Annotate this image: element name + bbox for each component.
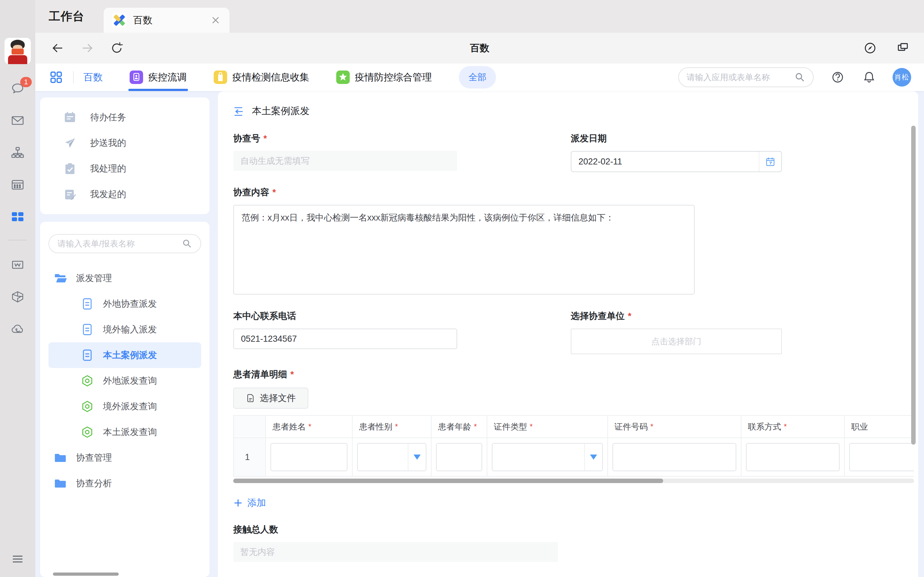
help-icon[interactable] bbox=[830, 70, 845, 85]
tab-title: 百数 bbox=[133, 14, 210, 27]
contact-total-input[interactable] bbox=[233, 542, 558, 562]
jiance-app-icon bbox=[214, 71, 227, 84]
rail-divider bbox=[8, 240, 27, 240]
tree-folder-dispatch-mgmt[interactable]: 派发管理 bbox=[48, 266, 201, 291]
center-phone-input[interactable] bbox=[233, 329, 457, 349]
tree-item-jingwai-shuru[interactable]: 境外输入派发 bbox=[48, 317, 201, 342]
occupation-input[interactable] bbox=[849, 443, 914, 471]
chat-icon[interactable]: 1 bbox=[10, 81, 25, 96]
field-label-contact-total: 接触总人数 bbox=[233, 524, 918, 536]
form-search-input[interactable] bbox=[57, 239, 182, 249]
org-chart-icon[interactable] bbox=[10, 145, 25, 160]
nav-app-fangkong[interactable]: 疫情防控综合管理 bbox=[336, 63, 432, 91]
patient-table-viewport: 患者姓名* 患者性别* 患者年龄* 证件类型* 证件号码* 联系方式* 职业 1 bbox=[233, 415, 914, 483]
navbar-divider bbox=[73, 71, 74, 83]
browser-toolbar: 百数 bbox=[35, 33, 924, 63]
case-no-input[interactable] bbox=[233, 151, 457, 171]
patient-name-input[interactable] bbox=[270, 443, 347, 471]
forms-tree-card: 派发管理 外地协查派发 境外输入派发 bbox=[40, 222, 210, 577]
tree-item-jingwai-query[interactable]: 境外派发查询 bbox=[48, 394, 201, 419]
sidebar-item-cc[interactable]: 抄送我的 bbox=[40, 130, 210, 156]
app-window: 1 bbox=[0, 0, 924, 577]
form-header: 本土案例派发 bbox=[218, 91, 918, 118]
quick-tasks-card: 待办任务 抄送我的 我处理的 bbox=[40, 97, 210, 214]
mail-icon[interactable] bbox=[10, 113, 25, 128]
add-row-button[interactable]: 添加 bbox=[233, 496, 266, 509]
contact-input[interactable] bbox=[746, 443, 840, 471]
folder-icon bbox=[53, 451, 67, 464]
patient-table: 患者姓名* 患者性别* 患者年龄* 证件类型* 证件号码* 联系方式* 职业 1 bbox=[233, 415, 914, 477]
table-row: 1 bbox=[234, 438, 914, 477]
sidebar-item-handled[interactable]: 我处理的 bbox=[40, 156, 210, 181]
app-search[interactable] bbox=[678, 67, 814, 87]
col-header-contact: 联系方式* bbox=[741, 416, 845, 438]
doc-icon bbox=[81, 297, 94, 311]
col-header-name: 患者姓名* bbox=[266, 416, 352, 438]
nav-all-pill[interactable]: 全部 bbox=[459, 66, 496, 89]
col-header-age: 患者年龄* bbox=[431, 416, 487, 438]
table-horizontal-scrollbar[interactable] bbox=[233, 479, 914, 483]
patient-gender-select[interactable] bbox=[357, 443, 426, 471]
field-label-phone: 本中心联系电话 bbox=[233, 310, 457, 322]
id-type-select[interactable] bbox=[492, 443, 603, 471]
menu-hamburger-icon[interactable] bbox=[10, 551, 25, 567]
sidebar: 待办任务 抄送我的 我处理的 bbox=[40, 91, 210, 577]
panel-vertical-scrollbar[interactable] bbox=[911, 126, 916, 445]
tree-item-waidi-query[interactable]: 外地派发查询 bbox=[48, 368, 201, 394]
app-navbar: 百数 疾控流调 疫情检测信息收集 疫情防控综合管理 bbox=[35, 63, 924, 91]
user-avatar[interactable] bbox=[5, 38, 31, 64]
app-search-input[interactable] bbox=[687, 73, 795, 82]
tree-folder-xiecha-mgmt[interactable]: 协查管理 bbox=[48, 445, 201, 471]
content-textarea[interactable]: 范例：x月xx日，我中心检测一名xxx新冠病毒核酸结果为阳性，该病例位于你区，详… bbox=[233, 205, 695, 295]
dropdown-icon[interactable] bbox=[584, 444, 602, 471]
sidebar-item-initiated[interactable]: 我发起的 bbox=[40, 181, 210, 207]
apps-grid-icon[interactable] bbox=[49, 70, 63, 85]
search-icon[interactable] bbox=[795, 72, 805, 83]
search-icon[interactable] bbox=[182, 239, 192, 249]
nav-app-jikong[interactable]: 疾控流调 bbox=[129, 63, 187, 91]
workbench-grid-icon[interactable] bbox=[10, 209, 25, 224]
choose-file-button[interactable]: 选择文件 bbox=[233, 388, 309, 409]
doc-edit-icon bbox=[63, 187, 77, 201]
word-app-icon[interactable] bbox=[10, 257, 25, 272]
content-area: 待办任务 抄送我的 我处理的 bbox=[35, 91, 924, 577]
clipboard-check-icon bbox=[63, 162, 77, 175]
todo-calendar-icon bbox=[63, 111, 77, 124]
tab-baishu[interactable]: 百数 bbox=[103, 8, 229, 33]
query-hexagon-icon bbox=[81, 400, 94, 413]
calendar-icon[interactable] bbox=[10, 177, 25, 192]
fangkong-app-icon bbox=[336, 71, 350, 84]
form-search[interactable] bbox=[48, 234, 201, 253]
send-plane-icon bbox=[63, 136, 77, 150]
doc-icon bbox=[81, 323, 94, 336]
folder-open-icon bbox=[53, 271, 67, 285]
user-avatar-badge[interactable]: 肖松 bbox=[893, 68, 911, 87]
col-header-gender: 患者性别* bbox=[352, 416, 431, 438]
query-hexagon-icon bbox=[81, 374, 94, 388]
cube-app-icon[interactable] bbox=[10, 289, 25, 305]
page-horizontal-scrollbar[interactable] bbox=[53, 572, 119, 576]
workspace-title: 工作台 bbox=[49, 9, 84, 24]
nav-home-baishu[interactable]: 百数 bbox=[83, 71, 103, 84]
doc-icon bbox=[81, 348, 94, 362]
tree-folder-xiecha-analysis[interactable]: 协查分析 bbox=[48, 471, 201, 496]
dropdown-icon[interactable] bbox=[408, 444, 426, 471]
patient-age-input[interactable] bbox=[436, 443, 482, 471]
tree-item-bentu-anli[interactable]: 本土案例派发 bbox=[48, 342, 201, 368]
tree-item-bentu-query[interactable]: 本土派发查询 bbox=[48, 419, 201, 445]
collapse-back-icon[interactable] bbox=[233, 105, 244, 117]
dispatch-date-picker[interactable]: 2022-02-11 bbox=[571, 151, 782, 172]
nav-app-jiance[interactable]: 疫情检测信息收集 bbox=[214, 63, 309, 91]
form-panel: 本土案例派发 协查号* 派发日期 bbox=[218, 91, 918, 577]
calendar-picker-icon[interactable] bbox=[759, 152, 781, 171]
cloud-call-icon[interactable] bbox=[10, 321, 25, 337]
select-department-box[interactable]: 点击选择部门 bbox=[571, 329, 782, 354]
tree-item-waidi-xiecha[interactable]: 外地协查派发 bbox=[48, 291, 201, 317]
chat-unread-badge: 1 bbox=[20, 77, 32, 87]
tab-close-icon[interactable] bbox=[210, 15, 221, 26]
folder-icon bbox=[53, 477, 67, 490]
id-number-input[interactable] bbox=[612, 443, 736, 471]
notifications-bell-icon[interactable] bbox=[862, 70, 877, 85]
sidebar-item-todo[interactable]: 待办任务 bbox=[40, 105, 210, 130]
col-header-id-number: 证件号码* bbox=[608, 416, 741, 438]
